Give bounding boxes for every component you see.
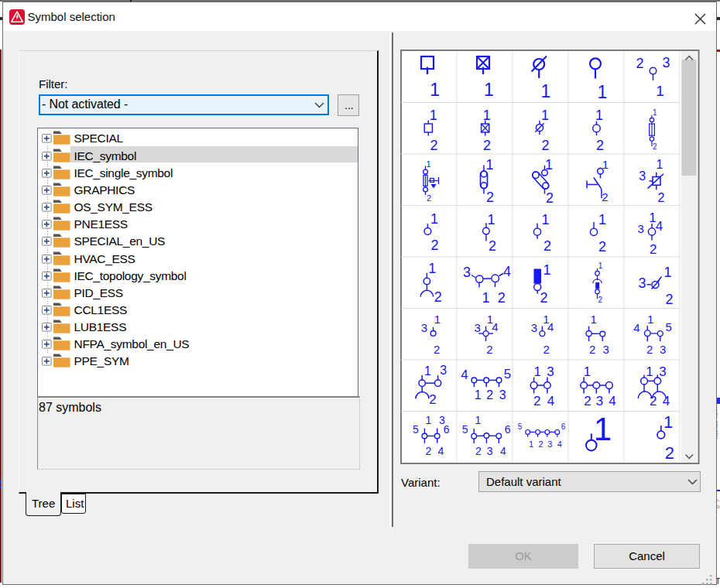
svg-text:2: 2 [602,190,608,203]
svg-text:1: 1 [663,412,673,432]
svg-text:3: 3 [547,439,552,449]
svg-text:1: 1 [430,80,440,100]
svg-text:2: 2 [543,238,551,254]
svg-text:1: 1 [543,262,550,278]
svg-text:3: 3 [487,445,493,457]
svg-text:3: 3 [475,321,481,334]
svg-text:1: 1 [483,108,491,123]
svg-text:2: 2 [584,394,591,409]
svg-text:1: 1 [430,108,437,123]
svg-text:2: 2 [546,190,554,206]
svg-text:1: 1 [598,82,608,102]
svg-text:2: 2 [653,142,657,151]
svg-text:2: 2 [434,343,440,356]
svg-text:1: 1 [591,313,597,326]
svg-text:2: 2 [636,56,643,71]
svg-text:3: 3 [639,169,646,183]
svg-text:3: 3 [547,364,554,379]
svg-text:2: 2 [658,191,665,204]
svg-text:4: 4 [438,445,444,457]
svg-text:4: 4 [663,394,670,409]
svg-text:1: 1 [656,83,664,99]
svg-text:2: 2 [483,138,491,153]
svg-text:2: 2 [541,138,549,153]
svg-text:6: 6 [505,423,511,436]
svg-text:1: 1 [430,211,438,227]
svg-text:2: 2 [429,392,436,407]
svg-text:4: 4 [609,394,615,409]
svg-text:1: 1 [424,364,431,378]
svg-text:1: 1 [541,108,549,123]
svg-text:1: 1 [428,261,436,276]
svg-text:1: 1 [475,414,482,426]
svg-text:5: 5 [462,423,468,436]
svg-text:1: 1 [475,388,482,402]
svg-text:4: 4 [503,264,511,279]
svg-text:2: 2 [426,445,432,457]
svg-text:5: 5 [518,422,523,431]
svg-text:2: 2 [646,343,653,356]
svg-text:2: 2 [598,296,603,304]
svg-text:4: 4 [461,368,468,382]
svg-text:3: 3 [421,321,427,334]
svg-text:1: 1 [663,265,671,280]
svg-text:1: 1 [529,439,533,449]
svg-text:1: 1 [484,80,494,100]
svg-text:1: 1 [657,158,663,171]
svg-text:4: 4 [656,219,663,234]
svg-text:1: 1 [482,290,489,306]
svg-text:3: 3 [531,321,537,334]
svg-text:3: 3 [659,364,666,379]
svg-text:2: 2 [665,292,673,307]
svg-text:3: 3 [602,343,609,356]
svg-text:6: 6 [561,422,566,431]
svg-text:3: 3 [440,364,447,377]
svg-text:1: 1 [598,212,606,227]
svg-text:4: 4 [492,320,498,333]
svg-text:2: 2 [543,343,550,356]
svg-text:2: 2 [598,239,606,255]
svg-text:2: 2 [533,394,540,409]
svg-text:2: 2 [596,138,604,153]
svg-text:2: 2 [589,343,595,356]
svg-text:1: 1 [533,364,540,379]
svg-text:2: 2 [430,138,438,153]
svg-text:2: 2 [434,289,442,305]
svg-text:3: 3 [596,394,603,409]
svg-text:2: 2 [430,238,438,253]
svg-text:2: 2 [538,439,543,449]
svg-text:1: 1 [425,414,431,426]
svg-text:4: 4 [500,445,506,457]
svg-text:1: 1 [584,364,591,379]
svg-text:2: 2 [475,445,482,457]
svg-text:3: 3 [499,388,506,402]
svg-text:6: 6 [444,423,450,436]
svg-text:5: 5 [666,320,672,333]
svg-text:1: 1 [542,212,550,227]
svg-text:2: 2 [486,388,493,402]
svg-text:2: 2 [486,343,492,356]
svg-text:2: 2 [489,238,496,254]
svg-text:4: 4 [557,439,562,449]
svg-text:5: 5 [413,423,419,436]
svg-text:1: 1 [486,157,494,173]
svg-text:1: 1 [647,313,653,326]
svg-text:2: 2 [486,190,494,205]
svg-text:1: 1 [598,262,603,270]
svg-text:1: 1 [487,212,495,227]
svg-text:3: 3 [660,343,666,356]
svg-text:2: 2 [498,290,506,306]
svg-text:1: 1 [427,159,431,169]
svg-text:2: 2 [540,290,547,306]
svg-text:1: 1 [595,108,603,123]
svg-text:2: 2 [427,193,431,203]
svg-text:2: 2 [665,443,674,463]
svg-text:3: 3 [463,265,471,280]
svg-text:1: 1 [434,313,441,326]
svg-text:1: 1 [646,364,653,379]
svg-text:4: 4 [547,320,554,333]
svg-text:5: 5 [504,367,511,381]
svg-text:3: 3 [637,222,643,235]
svg-text:4: 4 [547,394,554,409]
svg-text:3: 3 [662,55,670,70]
